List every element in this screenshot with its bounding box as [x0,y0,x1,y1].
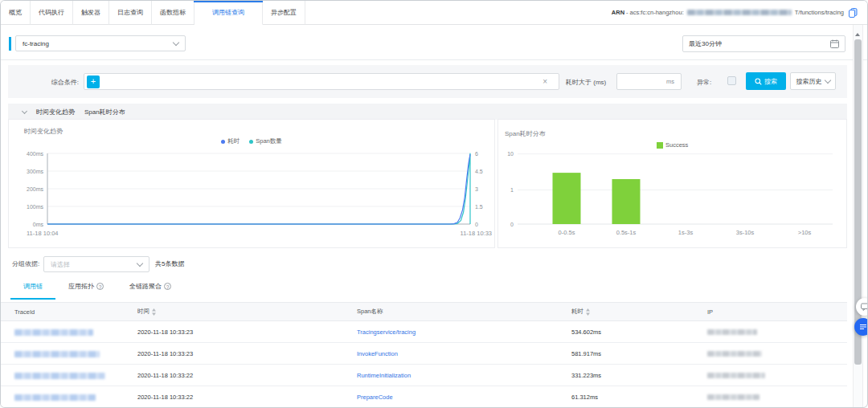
table-header: TraceId时间Span名称耗时IP [1,302,847,321]
top-tab[interactable]: 日志查询 [109,1,152,25]
condition-input[interactable]: + × [84,73,559,90]
span-name-link[interactable]: RuntimeInitialization [357,365,411,386]
time-range-picker[interactable]: 最近30分钟 [682,35,845,52]
group-by-label: 分组依据: [12,259,39,268]
row-time: 2020-11-18 10:33:23 [137,321,193,342]
top-tab[interactable]: 概览 [1,1,31,25]
trace-id-redacted[interactable] [14,394,96,401]
ip-redacted [707,373,765,378]
error-checkbox[interactable] [727,76,736,85]
clear-icon[interactable]: × [542,77,547,85]
arn-redacted-segment [687,10,792,15]
svg-text:200ms: 200ms [27,186,44,192]
scrollbar-up-arrow[interactable] [855,33,860,36]
column-label: TraceId [14,308,35,316]
trace-id-redacted[interactable] [14,351,100,357]
top-tab[interactable]: 触发器 [73,1,109,25]
search-button-label: 搜索 [764,77,777,86]
column-label: Span名称 [357,308,383,316]
table-column-header: Span名称 [357,303,383,320]
row-duration: 331.223ms [571,365,601,386]
total-count-text: 共5条数据 [155,259,184,268]
arn-prefix: acs:fc:cn-hangzhou: [630,9,684,16]
result-subtabs: 调用链应用拓扑?全链路聚合? [10,275,184,300]
trace-id-redacted[interactable] [14,329,93,336]
condition-label: 综合条件: [41,78,79,87]
ip-redacted [707,351,762,357]
svg-text:3: 3 [475,186,478,192]
function-compute-console-page: 概览代码执行触发器日志查询函数指标调用链查询异步配置 ARN - acs:fc:… [0,0,868,408]
tabbar-right-area: ARN - acs:fc:cn-hangzhou: T/functions/tr… [305,1,867,25]
svg-text:10: 10 [507,151,514,157]
trend-chart-canvas: 400ms300ms200ms100ms0ms64.531.5011-18 10… [9,120,494,247]
service-select[interactable]: fc-tracing [15,35,186,51]
service-toolbar: fc-tracing 最近30分钟 [1,25,867,60]
sort-icon[interactable] [586,308,590,316]
table-column-header[interactable]: 耗时 [571,303,590,320]
add-condition-button[interactable]: + [87,75,100,88]
svg-text:>10s: >10s [798,229,812,236]
trace-id-redacted[interactable] [14,373,105,379]
chat-icon [861,303,868,311]
section-title-trend: 时间变化趋势 [36,108,75,116]
column-label: 时间 [137,308,149,316]
feedback-fab[interactable] [856,298,868,316]
span-name-link[interactable]: Tracingservice/tracing [357,321,416,342]
svg-text:6: 6 [475,151,478,157]
svg-text:0.5s-1s: 0.5s-1s [616,229,637,236]
top-tab[interactable]: 异步配置 [263,1,305,25]
span-name-link[interactable]: InvokeFunction [357,343,398,364]
error-label: 异常: [697,78,711,87]
search-button[interactable]: 搜索 [746,72,786,90]
svg-text:0-0.5s: 0-0.5s [559,229,575,236]
span-name-link[interactable]: PrepareCode [357,386,393,407]
survey-fab[interactable] [854,318,868,336]
row-time: 2020-11-18 10:33:23 [137,343,193,364]
search-filter-bar: 综合条件: + × 耗时大于 (ms) ms 异常: 搜索 搜索历史 [8,65,847,98]
top-tab[interactable]: 函数指标 [152,1,194,25]
group-by-placeholder: 请选择 [51,260,70,269]
top-tab[interactable]: 调用链查询 [194,1,263,25]
row-time: 2020-11-18 10:33:22 [137,365,193,386]
arn-separator: - [626,9,628,16]
sub-tab-label: 调用链 [23,275,43,298]
svg-text:3s-10s: 3s-10s [736,229,755,236]
table-column-header[interactable]: 时间 [137,303,156,320]
svg-text:1: 1 [510,187,514,193]
service-select-value: fc-tracing [23,40,49,47]
group-by-select[interactable]: 请选择 [43,256,149,272]
span-dist-chart-canvas: 10100-0.5s0.5s-1s1s-3s3s-10s>10s [498,120,846,247]
charts-section-header[interactable]: 时间变化趋势 Span耗时分布 [8,104,847,120]
copy-icon[interactable] [849,8,858,18]
table-row: 2020-11-18 10:33:23InvokeFunction581.917… [1,343,847,365]
row-duration: 581.917ms [571,343,601,364]
duration-unit: ms [666,78,674,85]
sub-tab[interactable]: 调用链 [10,275,55,300]
column-label: 耗时 [571,308,583,316]
sub-tab[interactable]: 全链路聚合? [117,275,184,300]
chevron-down-icon [173,39,179,45]
duration-input[interactable]: ms [616,73,682,90]
sort-icon[interactable] [152,308,156,316]
chevron-down-icon [824,76,830,83]
search-icon [755,78,762,85]
time-range-value: 最近30分钟 [689,39,722,48]
top-tab[interactable]: 代码执行 [31,1,73,25]
help-icon[interactable]: ? [164,283,171,290]
sub-tab-label: 全链路聚合 [129,275,162,298]
svg-text:0: 0 [510,222,514,227]
scrollbar-thumb[interactable] [854,39,862,365]
duration-label: 耗时大于 (ms) [566,78,606,87]
ip-redacted [707,329,757,335]
table-row: 2020-11-18 10:33:23Tracingservice/tracin… [1,321,847,343]
span-dist-chart-panel: Span耗时分布 Success 10100-0.5s0.5s-1s1s-3s3… [497,119,847,248]
help-icon[interactable]: ? [96,283,104,290]
trend-chart-panel: 时间变化趋势 耗时Span数量 400ms300ms200ms100ms0ms6… [8,119,495,248]
search-history-button[interactable]: 搜索历史 [790,72,836,90]
table-column-header: IP [707,303,713,320]
svg-text:1s-3s: 1s-3s [678,229,694,236]
sub-tab[interactable]: 应用拓扑? [55,275,117,300]
arn-text: ARN - acs:fc:cn-hangzhou: T/functions/tr… [612,8,858,18]
list-icon [859,323,867,331]
search-history-label: 搜索历史 [796,77,822,86]
